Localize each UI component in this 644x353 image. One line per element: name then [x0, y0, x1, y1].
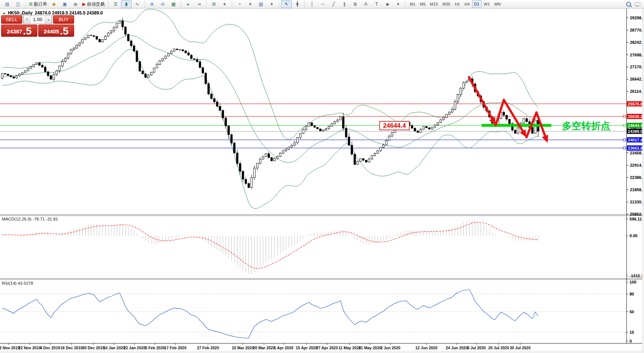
timeframe-m5[interactable]: M5 — [418, 0, 428, 8]
templates-button[interactable]: ▨ — [255, 0, 266, 8]
data-window-icon: ◫ — [16, 2, 20, 6]
line-handle[interactable] — [623, 139, 625, 141]
trendline-button[interactable]: ╱ — [328, 0, 339, 8]
timeframe-mn[interactable]: MN — [492, 0, 503, 8]
date-tick-label: 30 Dec 2019 — [82, 346, 105, 350]
templates-caret-button[interactable]: ▾ — [266, 0, 277, 8]
history-center-button[interactable]: ◆ — [49, 0, 59, 8]
new-order-label: 新订单 — [34, 1, 47, 7]
text-label-icon: T — [375, 2, 378, 6]
tile-windows-icon: ▦ — [171, 2, 175, 6]
auto-trading-button[interactable]: ▶自动交易 — [81, 0, 106, 8]
candlestick-chart-button[interactable]: ▮ — [121, 0, 132, 8]
buy-price-tile[interactable]: 24405 .5 — [38, 24, 75, 37]
date-tick-label: 1 Apr 2020 — [274, 346, 294, 350]
new-chart-caret-button[interactable]: ▾ — [219, 0, 230, 8]
line-handle[interactable] — [623, 124, 625, 127]
chart-ohlc-values: 24874.0 24918.5 24145.5 24389.0 — [35, 10, 103, 16]
timeframe-d1[interactable]: D1 — [472, 0, 482, 8]
auto-scroll-button[interactable]: ▸ — [183, 0, 194, 8]
chart-canvas[interactable]: 24644.4多空转折点29298.028770.028242.027698.0… — [0, 0, 644, 353]
zoom-in-icon: ⊕ — [150, 2, 154, 6]
price-badge-label: 25576.8 — [628, 102, 643, 106]
bar-chart-icon: ☰ — [113, 2, 118, 6]
bottom-edge — [0, 351, 644, 353]
date-tick-label: 11 May 2020 — [338, 346, 361, 350]
sell-button[interactable]: SELL — [1, 15, 22, 24]
buy-button[interactable]: BUY — [53, 15, 74, 24]
history-center-icon: ◆ — [52, 2, 56, 6]
date-tick-label: 20 Jul 2020 — [488, 346, 509, 350]
search-icon[interactable] — [626, 2, 631, 7]
collapse-arrow-icon[interactable]: ▲ — [3, 12, 6, 15]
date-tick-label: 24 Jun 2020 — [446, 346, 468, 350]
cursor-icon: ↖ — [285, 2, 288, 6]
price-badge-label: 23663.8 — [628, 146, 643, 150]
date-tick-label: 8 Jul 2020 — [467, 346, 486, 350]
toolbar-group: ⊞新订单◆▣◉▶自动交易 — [26, 0, 108, 8]
bar-chart-button[interactable]: ☰ — [110, 0, 121, 8]
periods-button[interactable]: ◔ — [234, 0, 245, 8]
terminal-button[interactable]: ▣ — [59, 0, 70, 8]
rsi-axis-label: 50 — [630, 310, 634, 314]
shapes-button[interactable]: ◈ — [382, 0, 393, 8]
cursor-button[interactable]: ↖ — [281, 0, 292, 8]
chat-icon[interactable] — [635, 2, 640, 6]
zoom-in-button[interactable]: ⊕ — [146, 0, 157, 8]
fibonacci-button[interactable]: ≣ — [350, 0, 360, 8]
right-edge-strip — [642, 9, 644, 353]
toolbar-group: ▸⇥ — [181, 0, 207, 8]
vertical-line-icon: │ — [311, 2, 314, 6]
horizontal-line-button[interactable]: ─ — [317, 0, 328, 8]
tile-windows-button[interactable]: ▦ — [168, 0, 179, 8]
shapes-caret-button[interactable]: ▾ — [393, 0, 403, 8]
volume-increase-button[interactable]: ▴ — [45, 16, 52, 23]
toolbar: ▤◫⊞新订单◆▣◉▶自动交易☰▮∿⊕⊖▦▸⇥⊞▾◔▾▨▾↖╋│─╱∥≣AT◈▾M… — [0, 0, 644, 9]
shapes-icon: ◈ — [386, 2, 389, 6]
date-tick-label: 16 Dec 2019 — [60, 346, 83, 350]
price-annotation-box[interactable]: 24644.4 — [380, 121, 409, 130]
timeframe-w1[interactable]: W1 — [482, 0, 492, 8]
periods-icon: ◔ — [238, 2, 241, 6]
zoom-out-button[interactable]: ⊖ — [157, 0, 168, 8]
turning-point-text[interactable]: 多空转折点 — [562, 120, 610, 131]
market-watch-button[interactable]: ▤ — [2, 0, 13, 8]
periods-caret-button[interactable]: ▾ — [245, 0, 255, 8]
volume-input[interactable]: 1.00 — [30, 16, 45, 23]
new-chart-icon: ⊞ — [212, 2, 216, 6]
buy-price-main: 24405 — [44, 27, 59, 36]
timeframe-m1[interactable]: M1 — [407, 0, 417, 8]
chart-shift-button[interactable]: ⇥ — [194, 0, 204, 8]
notifications-button[interactable]: ◉ — [70, 0, 81, 8]
rsi-axis-label: 80 — [630, 292, 634, 296]
volume-decrease-button[interactable]: ▾ — [23, 16, 30, 23]
buy-price-frac: .5 — [60, 26, 68, 36]
timeframe-m15[interactable]: M15 — [428, 0, 440, 8]
new-chart-button[interactable]: ⊞ — [208, 0, 219, 8]
line-handle[interactable] — [623, 115, 625, 118]
date-tick-label: 27 Feb 2020 — [197, 346, 219, 350]
timeframe-h4[interactable]: H4 — [462, 0, 472, 8]
line-handle[interactable] — [623, 147, 625, 149]
new-order-button[interactable]: ⊞新订单 — [27, 0, 49, 8]
date-tick-label: 2 Jun 2020 — [380, 346, 400, 350]
vertical-line-button[interactable]: │ — [307, 0, 317, 8]
text-label-button[interactable]: T — [371, 0, 382, 8]
data-window-button[interactable]: ◫ — [13, 0, 23, 8]
price-badge-label: 24644.4 — [628, 123, 643, 128]
crosshair-button[interactable]: ╋ — [292, 0, 303, 8]
rsi-indicator-label: RSI(14) 43.5278 — [2, 281, 33, 285]
auto-trading-label: 自动交易 — [87, 1, 105, 7]
line-chart-button[interactable]: ∿ — [132, 0, 142, 8]
timeframe-m30[interactable]: M30 — [440, 0, 452, 8]
text-button[interactable]: A — [360, 0, 371, 8]
templates-icon: ▨ — [259, 2, 263, 6]
date-tick-label: 17 Feb 2020 — [164, 346, 186, 350]
sell-price-tile[interactable]: 24387 .5 — [1, 24, 37, 37]
date-tick-label: 10 Mar 2020 — [232, 346, 254, 350]
equidistant-channel-button[interactable]: ∥ — [339, 0, 350, 8]
toolbar-group: ⊕⊖▦ — [145, 0, 181, 8]
date-tick-label: 12 Jun 2020 — [415, 346, 437, 350]
terminal-icon: ▣ — [63, 2, 67, 6]
timeframe-h1[interactable]: H1 — [453, 0, 462, 8]
